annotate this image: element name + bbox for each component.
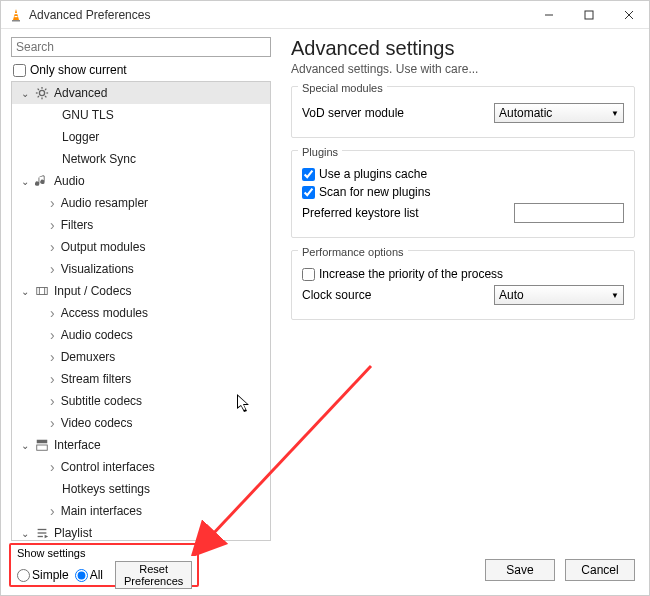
chevron-right-icon [48, 415, 61, 431]
scan-plugins-checkbox[interactable] [302, 186, 315, 199]
svg-marker-25 [45, 535, 49, 539]
chevron-right-icon [48, 393, 61, 409]
chevron-right-icon [48, 327, 61, 343]
tree-item[interactable]: Control interfaces [12, 456, 270, 478]
svg-rect-2 [14, 13, 18, 14]
right-panel: Advanced settings Advanced settings. Use… [281, 29, 649, 595]
tree-item[interactable]: Demuxers [12, 346, 270, 368]
chevron-right-icon [48, 239, 61, 255]
svg-line-15 [38, 96, 39, 97]
vod-dropdown[interactable]: Automatic▼ [494, 103, 624, 123]
tree-item[interactable]: ⌄Interface [12, 434, 270, 456]
expander-icon[interactable]: ⌄ [18, 284, 32, 298]
chevron-right-icon [48, 371, 61, 387]
expander-icon[interactable]: ⌄ [18, 438, 32, 452]
tree-label: Audio resampler [61, 196, 148, 210]
special-modules-group: Special modules VoD server module Automa… [291, 86, 635, 138]
tree-label: Video codecs [61, 416, 133, 430]
svg-line-16 [45, 89, 46, 90]
page-title: Advanced settings [291, 37, 635, 60]
interface-icon [34, 437, 50, 453]
chevron-right-icon [48, 261, 61, 277]
tree-item[interactable]: Video codecs [12, 412, 270, 434]
gear-icon [34, 85, 50, 101]
tree-label: Hotkeys settings [62, 482, 150, 496]
tree-item[interactable]: ⌄Audio [12, 170, 270, 192]
chevron-right-icon [48, 195, 61, 211]
close-button[interactable] [609, 1, 649, 29]
tree-item[interactable]: Visualizations [12, 258, 270, 280]
codec-icon [34, 283, 50, 299]
tree-item[interactable]: Access modules [12, 302, 270, 324]
chevron-right-icon [48, 217, 61, 233]
svg-point-8 [39, 90, 44, 95]
priority-row[interactable]: Increase the priority of the process [302, 267, 503, 281]
tree-item[interactable]: ⌄Advanced [12, 82, 270, 104]
all-radio[interactable] [75, 569, 88, 582]
expander-icon[interactable]: ⌄ [18, 86, 32, 100]
plugins-cache-row[interactable]: Use a plugins cache [302, 167, 427, 181]
tree-label: Input / Codecs [54, 284, 131, 298]
clock-dropdown[interactable]: Auto▼ [494, 285, 624, 305]
save-button[interactable]: Save [485, 559, 555, 581]
tree-label: Playlist [54, 526, 92, 540]
tree-item[interactable]: Network Sync [12, 148, 270, 170]
plugins-cache-checkbox[interactable] [302, 168, 315, 181]
cancel-button[interactable]: Cancel [565, 559, 635, 581]
plugins-group: Plugins Use a plugins cache Scan for new… [291, 150, 635, 238]
tree-item[interactable]: Output modules [12, 236, 270, 258]
reset-button[interactable]: Reset Preferences [115, 561, 192, 589]
tree-item[interactable]: ⌄Input / Codecs [12, 280, 270, 302]
maximize-button[interactable] [569, 1, 609, 29]
svg-rect-5 [585, 11, 593, 19]
chevron-down-icon: ▼ [611, 291, 619, 300]
performance-group: Performance options Increase the priorit… [291, 250, 635, 320]
tree-item[interactable]: Logger [12, 126, 270, 148]
playlist-icon [34, 525, 50, 541]
show-settings-box: Show settings Simple All Reset Preferenc… [9, 543, 199, 587]
expander-icon[interactable]: ⌄ [18, 174, 32, 188]
tree-item[interactable]: GNU TLS [12, 104, 270, 126]
svg-line-13 [38, 89, 39, 90]
audio-icon [34, 173, 50, 189]
tree-item[interactable]: Stream filters [12, 368, 270, 390]
svg-rect-1 [12, 20, 20, 22]
tree-item[interactable]: Subtitle codecs [12, 390, 270, 412]
show-settings-legend: Show settings [17, 547, 191, 559]
vlc-icon [9, 8, 23, 22]
tree-item[interactable]: Audio resampler [12, 192, 270, 214]
tree-label: Visualizations [61, 262, 134, 276]
clock-label: Clock source [302, 288, 371, 302]
priority-checkbox[interactable] [302, 268, 315, 281]
only-show-current[interactable]: Only show current [13, 63, 281, 77]
tree-item[interactable]: Filters [12, 214, 270, 236]
chevron-right-icon [48, 349, 61, 365]
tree-item[interactable]: Audio codecs [12, 324, 270, 346]
group-title: Special modules [298, 82, 387, 94]
chevron-down-icon: ▼ [611, 109, 619, 118]
scan-plugins-row[interactable]: Scan for new plugins [302, 185, 430, 199]
group-title: Performance options [298, 246, 408, 258]
tree-label: Network Sync [62, 152, 136, 166]
minimize-button[interactable] [529, 1, 569, 29]
settings-tree[interactable]: ⌄AdvancedGNU TLSLoggerNetwork Sync⌄Audio… [11, 81, 271, 541]
expander-icon[interactable]: ⌄ [18, 526, 32, 540]
svg-marker-0 [13, 9, 19, 20]
search-input[interactable] [11, 37, 271, 57]
tree-label: GNU TLS [62, 108, 114, 122]
tree-item[interactable]: Main interfaces [12, 500, 270, 522]
tree-label: Audio codecs [61, 328, 133, 342]
simple-radio-label[interactable]: Simple [17, 568, 69, 582]
svg-rect-17 [37, 288, 48, 295]
keystore-input[interactable] [514, 203, 624, 223]
all-radio-label[interactable]: All [75, 568, 103, 582]
tree-label: Audio [54, 174, 85, 188]
tree-item[interactable]: Hotkeys settings [12, 478, 270, 500]
group-title: Plugins [298, 146, 342, 158]
simple-radio[interactable] [17, 569, 30, 582]
only-show-current-checkbox[interactable] [13, 64, 26, 77]
tree-item[interactable]: ⌄Playlist [12, 522, 270, 541]
tree-label: Access modules [61, 306, 148, 320]
tree-label: Demuxers [61, 350, 116, 364]
tree-label: Main interfaces [61, 504, 142, 518]
